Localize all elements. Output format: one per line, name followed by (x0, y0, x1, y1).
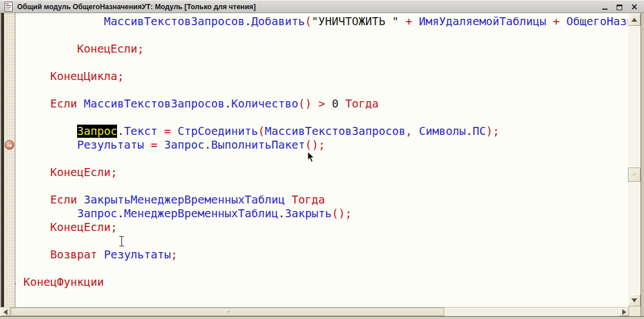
code-token-pl (158, 138, 164, 151)
code-token-id: Количество (231, 97, 298, 110)
code-token-kw: КонецЕсли (50, 221, 111, 234)
code-token-op: ; (171, 248, 178, 261)
scroll-down-button[interactable] (628, 294, 641, 306)
code-token-op: ); (486, 125, 499, 138)
code-token-kw: КонецФункции (23, 276, 104, 289)
code-line (23, 262, 628, 276)
code-line (23, 234, 628, 248)
code-editor[interactable]: МассивТекстовЗапросов.Добавить("УНИЧТОЖИ… (16, 13, 628, 307)
window-frame-bottom (0, 316, 644, 319)
code-line (23, 83, 628, 97)
code-token-pl: . (117, 207, 124, 220)
code-token-op: > (319, 97, 325, 110)
thumb-grip (633, 174, 637, 176)
code-token-num: 0 (332, 97, 339, 110)
code-token-kw: КонецЕсли (50, 166, 111, 179)
scroll-left-button[interactable] (1, 308, 10, 316)
window-frame-right (641, 13, 644, 316)
maximize-icon (617, 5, 622, 10)
code-line: Запрос.Текст = СтрСоединить(МассивТексто… (23, 125, 628, 138)
code-token-op: (); (305, 138, 325, 151)
code-line: КонецФункции (23, 276, 628, 289)
code-token-pl (171, 125, 178, 138)
code-token-op: ; (111, 166, 118, 179)
highlighted-word: Запрос (77, 125, 117, 138)
code-token-kw: Тогда (292, 193, 325, 206)
code-line (23, 180, 628, 193)
code-token-kw: Если (50, 97, 77, 110)
arrow-up-icon (631, 18, 637, 22)
vertical-scrollbar-thumb[interactable] (628, 168, 641, 182)
code-token-id: Добавить (251, 15, 305, 28)
module-document-icon (5, 2, 13, 11)
code-line: Запрос.МенеджерВременныхТаблиц.Закрыть()… (23, 207, 628, 221)
code-token-id: ОбщегоНазначения (566, 15, 628, 28)
code-token-kw: Возврат (50, 248, 97, 261)
code-token-pl: . (117, 125, 124, 138)
code-token-id: ИмяУдаляемойТаблицы (419, 15, 546, 28)
code-line: КонецЕсли; (23, 166, 628, 180)
code-token-id: Запрос (77, 207, 117, 220)
scroll-right-button[interactable] (619, 308, 629, 316)
current-position-marker-icon (5, 140, 14, 150)
code-line: КонецЕсли; (23, 42, 628, 56)
titlebar: Общий модуль ОбщегоНазначенияУТ: Модуль … (0, 0, 644, 13)
code-line (23, 56, 628, 70)
code-token-str: "УНИЧТОЖИТЬ " (312, 15, 399, 28)
code-line: Возврат Результаты; (23, 248, 628, 262)
code-token-pl: . (224, 97, 231, 110)
close-icon: × (631, 3, 638, 11)
code-token-pl (285, 193, 292, 206)
code-token-op: ( (258, 125, 265, 138)
arrow-left-icon (3, 309, 7, 315)
minimize-button[interactable] (601, 3, 609, 11)
code-token-op: ( (305, 15, 312, 28)
maximize-button[interactable] (615, 3, 623, 11)
code-token-id: ЗакрытьМенеджерВременныхТаблиц (84, 193, 285, 206)
code-token-pl: . (204, 138, 211, 151)
vertical-scrollbar[interactable] (628, 13, 641, 307)
code-token-id: МассивТекстовЗапросов (265, 125, 406, 138)
close-button[interactable]: × (630, 3, 638, 11)
code-token-pl (158, 125, 164, 138)
scrollbar-corner (630, 307, 641, 316)
scroll-up-button[interactable] (628, 14, 641, 26)
code-token-op: (); (332, 207, 352, 220)
minimize-icon (602, 9, 607, 10)
code-token-id: Запрос (164, 138, 204, 151)
horizontal-scrollbar-thumb[interactable] (11, 308, 444, 316)
code-line: МассивТекстовЗапросов.Добавить("УНИЧТОЖИ… (23, 15, 628, 29)
code-token-pl (339, 97, 345, 110)
code-token-kw: КонецЦикла (50, 70, 117, 83)
editor-gutter (4, 13, 15, 307)
code-token-id: МенеджерВременныхТаблиц (124, 207, 278, 220)
code-token-op: = (164, 125, 171, 138)
code-token-pl (77, 97, 84, 110)
code-line: Если ЗакрытьМенеджерВременныхТаблиц Тогд… (23, 193, 628, 207)
code-token-pl (312, 97, 319, 110)
code-token-op: ; (117, 70, 124, 83)
code-token-pl (412, 125, 419, 138)
code-token-id: ПС (473, 125, 486, 138)
code-token-pl (77, 193, 84, 206)
code-token-op: = (151, 138, 158, 151)
horizontal-scrollbar[interactable] (0, 307, 630, 316)
code-token-op: + (546, 15, 566, 28)
module-editor-window: Общий модуль ОбщегоНазначенияУТ: Модуль … (0, 0, 644, 319)
code-token-id: МассивТекстовЗапросов (84, 97, 225, 110)
window-controls: × (601, 3, 638, 11)
code-token-id: Символы (419, 125, 466, 138)
code-line (23, 111, 628, 125)
arrow-right-icon (622, 309, 626, 315)
code-token-kw: Если (50, 193, 77, 206)
code-line: КонецЦикла; (23, 70, 628, 83)
code-line: Если МассивТекстовЗапросов.Количество() … (23, 97, 628, 111)
code-line (23, 152, 628, 166)
code-token-kw: Тогда (345, 97, 379, 110)
code-token-id: Текст (124, 125, 158, 138)
code-token-id: Закрыть (285, 207, 332, 220)
code-token-op: , (405, 125, 412, 138)
code-token-id: СтрСоединить (178, 125, 258, 138)
code-token-id: ВыполнитьПакет (211, 138, 305, 151)
code-token-id: Результаты (77, 138, 144, 151)
